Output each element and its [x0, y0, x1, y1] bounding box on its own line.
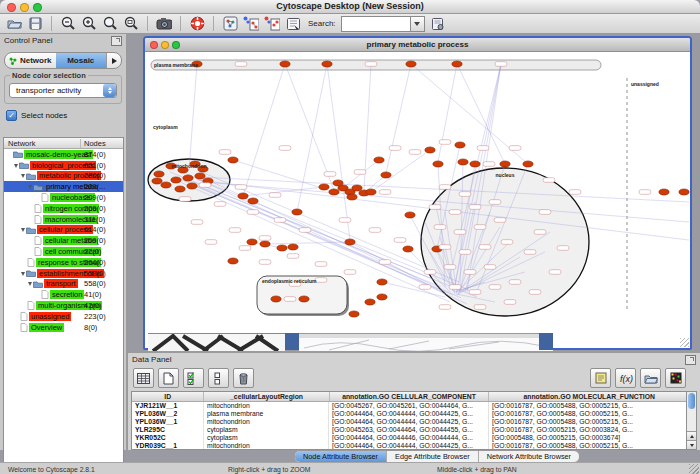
tree-expander-icon[interactable] — [28, 282, 32, 288]
node-label-capsule[interactable] — [379, 260, 391, 265]
app-resize-grip[interactable] — [689, 464, 699, 474]
network-node[interactable] — [433, 161, 443, 167]
node-label-capsule[interactable] — [269, 193, 281, 198]
node-label-capsule[interactable] — [179, 197, 191, 202]
network-node[interactable] — [161, 182, 171, 188]
table-cell[interactable]: plasma membrane — [204, 410, 329, 418]
tree-row[interactable]: nucleobase-209(0) — [4, 192, 123, 203]
node-label-capsule[interactable] — [379, 190, 391, 195]
search-combobox[interactable] — [341, 16, 425, 32]
tree-expander-icon[interactable] — [28, 185, 32, 191]
float-data-panel-icon[interactable] — [685, 355, 696, 365]
node-label-capsule[interactable] — [509, 146, 521, 151]
float-panel-icon[interactable] — [111, 36, 122, 46]
node-label-capsule[interactable] — [369, 228, 381, 233]
network-node[interactable] — [455, 142, 465, 148]
node-label-capsule[interactable] — [474, 225, 486, 230]
network-node[interactable] — [319, 184, 329, 190]
node-label-capsule[interactable] — [259, 236, 271, 241]
tree-expander-icon[interactable] — [14, 164, 18, 170]
node-label-capsule[interactable] — [419, 285, 431, 290]
table-column-header[interactable]: ID — [132, 392, 204, 401]
node-label-capsule[interactable] — [524, 250, 536, 255]
node-label-capsule[interactable] — [449, 210, 461, 215]
node-label-capsule[interactable] — [394, 238, 406, 243]
node-label-capsule[interactable] — [315, 278, 327, 283]
node-label-capsule[interactable] — [509, 280, 521, 285]
node-label-capsule[interactable] — [339, 218, 351, 223]
tab-edge-attribute-browser[interactable]: Edge Attribute Browser — [387, 451, 479, 462]
node-label-capsule[interactable] — [199, 183, 211, 188]
tree-row[interactable]: unassigned223(0) — [4, 311, 123, 322]
search-input[interactable] — [341, 16, 410, 32]
tree-row[interactable]: establishment of lo558(0) — [4, 268, 123, 279]
node-label-capsule[interactable] — [439, 185, 451, 190]
network-node[interactable] — [366, 189, 376, 195]
table-cell[interactable]: [GO:0016787, GO:0005488, GO:0005215, G..… — [489, 442, 690, 450]
network-node[interactable] — [288, 244, 298, 250]
node-label-capsule[interactable] — [235, 62, 247, 67]
tree-row[interactable]: metabolic process280(0) — [4, 171, 123, 182]
save-icon[interactable] — [27, 16, 43, 31]
tree-row[interactable]: nitrogen compo209(0) — [4, 203, 123, 214]
node-label-capsule[interactable] — [279, 146, 291, 151]
tree-row[interactable]: macromolecule311(0) — [4, 214, 123, 225]
node-label-capsule[interactable] — [504, 300, 516, 305]
help-lifesaver-icon[interactable] — [189, 16, 205, 31]
network-edge[interactable] — [189, 64, 197, 170]
node-label-capsule[interactable] — [424, 270, 436, 275]
node-label-capsule[interactable] — [549, 270, 561, 275]
snapshot-camera-icon[interactable] — [156, 16, 172, 31]
table-scrollbar[interactable] — [686, 391, 697, 450]
search-options-icon[interactable] — [430, 16, 446, 31]
network-node[interactable] — [523, 161, 533, 167]
network-node[interactable] — [195, 173, 205, 179]
node-label-capsule[interactable] — [469, 290, 481, 295]
network-edge[interactable] — [285, 64, 334, 190]
network-edge[interactable] — [243, 64, 285, 196]
table-row[interactable]: YKR052Ccytoplasm[GO:0044464, GO:0044446,… — [132, 434, 690, 442]
node-label-capsule[interactable] — [543, 178, 555, 183]
node-label-capsule[interactable] — [354, 170, 366, 175]
network-edge[interactable] — [190, 184, 441, 287]
table-cell[interactable]: [GO:0005488, GO:0005215, GO:0003674] — [489, 434, 690, 442]
node-label-capsule[interactable] — [247, 210, 259, 215]
scroll-up-icon[interactable] — [687, 431, 696, 440]
network-minimize-icon[interactable] — [161, 41, 169, 49]
tree-header[interactable]: Network Nodes — [4, 138, 123, 149]
tree-row[interactable]: primary metabo209(... — [4, 181, 123, 192]
node-label-capsule[interactable] — [495, 62, 507, 67]
network-node[interactable] — [329, 189, 339, 195]
node-label-capsule[interactable] — [324, 172, 336, 177]
network-node[interactable] — [381, 172, 391, 178]
table-cell[interactable]: [GO:0044464, GO:0044444, GO:0044425, G..… — [329, 418, 489, 426]
node-label-capsule[interactable] — [479, 245, 491, 250]
table-cell[interactable]: mitochondrion — [204, 442, 329, 450]
node-label-capsule[interactable] — [299, 228, 311, 233]
network-node[interactable] — [365, 299, 375, 305]
network-node[interactable] — [679, 189, 689, 195]
tree-row-label[interactable]: unassigned — [29, 312, 71, 321]
unselect-attributes-icon[interactable] — [208, 368, 229, 388]
node-label-capsule[interactable] — [229, 228, 241, 233]
tab-network-attribute-browser[interactable]: Network Attribute Browser — [479, 451, 579, 462]
table-cell[interactable]: YLR295C — [132, 426, 204, 434]
network-edge[interactable] — [327, 64, 350, 240]
table-cell[interactable]: mitochondrion — [204, 418, 329, 426]
table-cell[interactable]: YPL036W__2 — [132, 410, 204, 418]
network-node[interactable] — [228, 157, 238, 163]
node-label-capsule[interactable] — [464, 270, 476, 275]
node-label-capsule[interactable] — [534, 230, 546, 235]
table-cell[interactable]: [GO:0044464, GO:0044446, GO:0044444, G..… — [329, 434, 489, 442]
node-label-capsule[interactable] — [449, 285, 461, 290]
network-node[interactable] — [292, 209, 302, 215]
network-node[interactable] — [228, 258, 238, 264]
tree-row[interactable]: Overview8(0) — [4, 322, 123, 333]
table-cell[interactable]: [GO:0016787, GO:0005488, GO:0005215, G..… — [489, 418, 690, 426]
network-node[interactable] — [154, 171, 164, 177]
tab-network[interactable]: Network — [5, 53, 56, 68]
node-label-capsule[interactable] — [489, 285, 501, 290]
table-cell[interactable]: YJR121W__1 — [132, 402, 204, 410]
node-label-capsule[interactable] — [529, 290, 541, 295]
new-attribute-icon[interactable] — [158, 368, 179, 388]
